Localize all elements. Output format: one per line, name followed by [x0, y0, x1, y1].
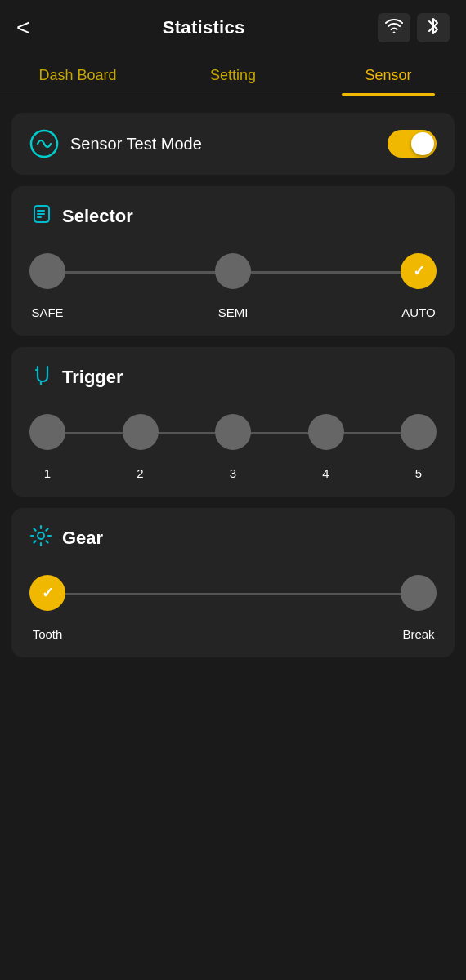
- node-label-2: 2: [137, 466, 143, 480]
- trigger-node-2[interactable]: 2: [123, 414, 159, 480]
- node-label-tooth: Tooth: [33, 627, 63, 641]
- node-label-break: Break: [402, 627, 434, 641]
- check-icon-auto: ✓: [413, 262, 425, 280]
- svg-point-0: [393, 32, 396, 34]
- selector-node-safe[interactable]: SAFE: [29, 253, 65, 319]
- sensor-mode-left: Sensor Test Mode: [29, 129, 202, 158]
- nav-tabs: Dash Board Setting Sensor: [0, 56, 466, 96]
- gear-node-break[interactable]: Break: [401, 575, 437, 641]
- trigger-card: Trigger 1 2 3 4 5: [11, 347, 455, 497]
- node-circle-1[interactable]: [29, 414, 65, 450]
- header-icons: [378, 13, 450, 42]
- toggle-knob: [411, 132, 434, 155]
- header: < Statistics: [0, 0, 466, 56]
- node-circle-5[interactable]: [401, 414, 437, 450]
- node-circle-auto[interactable]: ✓: [401, 253, 437, 289]
- trigger-node-4[interactable]: 4: [308, 414, 344, 480]
- node-circle-break[interactable]: [401, 575, 437, 611]
- trigger-nodes-container: 1 2 3 4 5: [29, 414, 437, 480]
- node-label-4: 4: [322, 466, 329, 480]
- node-circle-tooth[interactable]: ✓: [29, 575, 65, 611]
- trigger-node-5[interactable]: 5: [401, 414, 437, 480]
- node-label-1: 1: [44, 466, 51, 480]
- tab-setting[interactable]: Setting: [155, 56, 311, 96]
- trigger-nodes: 1 2 3 4 5: [29, 414, 437, 480]
- gear-nodes-container: ✓ Tooth Break: [29, 575, 437, 641]
- node-circle-safe[interactable]: [29, 253, 65, 289]
- selector-nodes-container: SAFE SEMI ✓ AUTO: [29, 253, 437, 319]
- node-circle-3[interactable]: [215, 414, 251, 450]
- svg-point-2: [38, 532, 44, 539]
- node-label-auto: AUTO: [401, 305, 435, 319]
- gear-header: Gear: [29, 524, 437, 552]
- node-label-3: 3: [230, 466, 236, 480]
- selector-card: Selector SAFE SEMI ✓ AUTO: [11, 186, 455, 336]
- trigger-node-1[interactable]: 1: [29, 414, 65, 480]
- node-circle-4[interactable]: [308, 414, 344, 450]
- selector-nodes: SAFE SEMI ✓ AUTO: [29, 253, 437, 319]
- tab-sensor[interactable]: Sensor: [311, 56, 466, 96]
- selector-title: Selector: [62, 206, 133, 227]
- node-circle-2[interactable]: [123, 414, 159, 450]
- gear-title: Gear: [62, 528, 103, 549]
- trigger-title: Trigger: [62, 367, 123, 388]
- node-circle-semi[interactable]: [215, 253, 251, 289]
- selector-node-auto[interactable]: ✓ AUTO: [401, 253, 437, 319]
- wifi-icon: [385, 19, 403, 37]
- sensor-mode-row: Sensor Test Mode: [29, 129, 437, 158]
- tab-dashboard[interactable]: Dash Board: [0, 56, 155, 96]
- selector-header: Selector: [29, 203, 437, 230]
- selector-node-semi[interactable]: SEMI: [215, 253, 251, 319]
- wifi-icon-box[interactable]: [378, 13, 410, 42]
- page-title: Statistics: [163, 17, 245, 38]
- trigger-node-3[interactable]: 3: [215, 414, 251, 480]
- bluetooth-icon-box[interactable]: [417, 13, 450, 42]
- trigger-header: Trigger: [29, 363, 437, 391]
- sensor-test-mode-card: Sensor Test Mode: [11, 113, 455, 175]
- node-label-5: 5: [415, 466, 422, 480]
- sensor-mode-icon: [29, 129, 59, 158]
- gear-nodes: ✓ Tooth Break: [29, 575, 437, 641]
- check-icon-tooth: ✓: [42, 584, 54, 602]
- gear-icon: [29, 524, 52, 552]
- node-label-semi: SEMI: [218, 305, 249, 319]
- trigger-icon: [29, 363, 52, 391]
- selector-icon: [29, 203, 52, 230]
- node-label-safe: SAFE: [31, 305, 63, 319]
- sensor-mode-toggle[interactable]: [388, 130, 437, 158]
- sensor-mode-label: Sensor Test Mode: [70, 135, 202, 154]
- gear-card: Gear ✓ Tooth Break: [11, 508, 455, 657]
- gear-node-tooth[interactable]: ✓ Tooth: [29, 575, 65, 641]
- back-button[interactable]: <: [16, 15, 29, 41]
- bluetooth-icon: [427, 17, 440, 38]
